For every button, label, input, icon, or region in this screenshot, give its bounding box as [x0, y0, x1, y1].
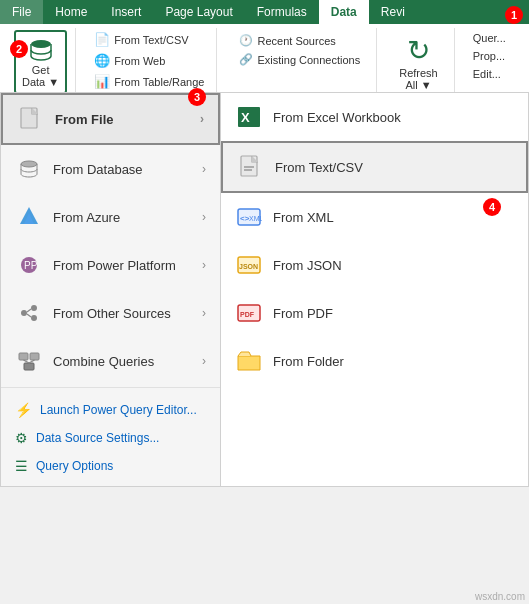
svg-rect-15 [24, 363, 34, 370]
tab-page-layout[interactable]: Page Layout [153, 0, 244, 24]
combine-queries-icon [15, 347, 43, 375]
svg-text:PDF: PDF [240, 311, 255, 318]
launch-pq-icon: ⚡ [15, 402, 32, 418]
tab-home[interactable]: Home [43, 0, 99, 24]
svg-text:JSON: JSON [239, 263, 258, 270]
svg-rect-13 [19, 353, 28, 360]
from-other-sources-chevron: › [202, 306, 206, 320]
text-csv-icon: 📄 [94, 32, 110, 47]
data-source-settings-link[interactable]: ⚙ Data Source Settings... [1, 424, 220, 452]
menu-item-from-power-platform[interactable]: PP From Power Platform › [1, 241, 220, 289]
web-icon: 🌐 [94, 53, 110, 68]
from-azure-chevron: › [202, 210, 206, 224]
from-database-icon [15, 155, 43, 183]
menu-item-from-azure[interactable]: From Azure › [1, 193, 220, 241]
from-folder-label: From Folder [273, 354, 344, 369]
from-web-label: From Web [114, 55, 165, 67]
from-power-platform-icon: PP [15, 251, 43, 279]
tab-insert[interactable]: Insert [99, 0, 153, 24]
from-power-platform-label: From Power Platform [53, 258, 176, 273]
svg-text:XML: XML [249, 215, 262, 222]
from-database-label: From Database [53, 162, 143, 177]
from-excel-label: From Excel Workbook [273, 110, 401, 125]
queries-label: Quer... [473, 32, 506, 44]
queries-connections-button[interactable]: Quer... [469, 30, 510, 46]
from-file-icon [17, 105, 45, 133]
watermark: wsxdn.com [475, 591, 525, 602]
svg-point-3 [21, 161, 37, 167]
refresh-button[interactable]: ↻ Refresh All ▼ [391, 30, 446, 95]
from-text-csv-button[interactable]: 📄 From Text/CSV [90, 30, 208, 49]
right-menu-item-from-json[interactable]: JSON From JSON [221, 241, 528, 289]
from-database-chevron: › [202, 162, 206, 176]
from-file-chevron: › [200, 112, 204, 126]
text-csv-right-icon [237, 153, 265, 181]
database-icon [27, 36, 55, 64]
svg-line-11 [27, 309, 31, 312]
right-menu-item-from-xml[interactable]: <> XML From XML [221, 193, 528, 241]
existing-connections-label: Existing Connections [257, 54, 360, 66]
ribbon-tabs: File Home Insert Page Layout Formulas Da… [0, 0, 529, 24]
from-table-label: From Table/Range [114, 76, 204, 88]
data-source-icon: ⚙ [15, 430, 28, 446]
prop-label: Prop... [473, 50, 505, 62]
combine-queries-chevron: › [202, 354, 206, 368]
tab-file[interactable]: File [0, 0, 43, 24]
menu-item-combine-queries[interactable]: Combine Queries › [1, 337, 220, 385]
right-menu-item-from-text-csv[interactable]: From Text/CSV [221, 141, 528, 193]
recent-sources-icon: 🕐 [239, 34, 253, 47]
connections-icon: 🔗 [239, 53, 253, 66]
from-power-platform-chevron: › [202, 258, 206, 272]
query-options-label: Query Options [36, 459, 113, 473]
recent-sources-button[interactable]: 🕐 Recent Sources [235, 32, 364, 49]
launch-power-query-link[interactable]: ⚡ Launch Power Query Editor... [1, 396, 220, 424]
refresh-icon: ↻ [407, 34, 430, 67]
existing-connections-button[interactable]: 🔗 Existing Connections [235, 51, 364, 68]
table-icon: 📊 [94, 74, 110, 89]
svg-rect-14 [30, 353, 39, 360]
properties-button[interactable]: Prop... [469, 48, 510, 64]
svg-text:X: X [241, 110, 250, 125]
right-menu-item-from-excel[interactable]: X From Excel Workbook [221, 93, 528, 141]
from-file-label: From File [55, 112, 114, 127]
menu-item-from-file[interactable]: From File › [1, 93, 220, 145]
badge-2: 2 [10, 40, 28, 58]
from-text-csv-right-label: From Text/CSV [275, 160, 363, 175]
tab-formulas[interactable]: Formulas [245, 0, 319, 24]
query-options-link[interactable]: ☰ Query Options [1, 452, 220, 480]
svg-line-12 [27, 314, 31, 317]
tab-data[interactable]: Data [319, 0, 369, 24]
folder-icon [235, 347, 263, 375]
badge-4: 4 [483, 198, 501, 216]
from-web-button[interactable]: 🌐 From Web [90, 51, 208, 70]
combine-queries-label: Combine Queries [53, 354, 154, 369]
xml-icon: <> XML [235, 203, 263, 231]
svg-point-8 [21, 310, 27, 316]
badge-1: 1 [505, 6, 523, 24]
from-table-button[interactable]: 📊 From Table/Range [90, 72, 208, 91]
pdf-icon: PDF [235, 299, 263, 327]
menu-item-from-other-sources[interactable]: From Other Sources › [1, 289, 220, 337]
edit-links-button[interactable]: Edit... [469, 66, 510, 82]
divider-1 [1, 387, 220, 388]
right-panel: X From Excel Workbook From Text/CSV [220, 92, 529, 487]
launch-pq-label: Launch Power Query Editor... [40, 403, 197, 417]
from-other-sources-icon [15, 299, 43, 327]
excel-icon: X [235, 103, 263, 131]
get-data-label: Get [32, 64, 50, 76]
svg-text:PP: PP [24, 260, 38, 271]
tab-review[interactable]: Revi [369, 0, 417, 24]
from-azure-icon [15, 203, 43, 231]
recent-sources-label: Recent Sources [257, 35, 335, 47]
bottom-links: ⚡ Launch Power Query Editor... ⚙ Data So… [1, 390, 220, 486]
right-menu-item-from-folder[interactable]: From Folder [221, 337, 528, 385]
get-data-label2: Data ▼ [22, 76, 59, 88]
query-buttons: Quer... Prop... Edit... [469, 30, 510, 82]
right-menu-item-from-pdf[interactable]: PDF From PDF [221, 289, 528, 337]
menu-item-from-database[interactable]: From Database › [1, 145, 220, 193]
edit-label: Edit... [473, 68, 501, 80]
json-icon: JSON [235, 251, 263, 279]
from-text-csv-label: From Text/CSV [114, 34, 188, 46]
from-buttons: 📄 From Text/CSV 🌐 From Web 📊 From Table/… [90, 30, 208, 91]
from-xml-label: From XML [273, 210, 334, 225]
